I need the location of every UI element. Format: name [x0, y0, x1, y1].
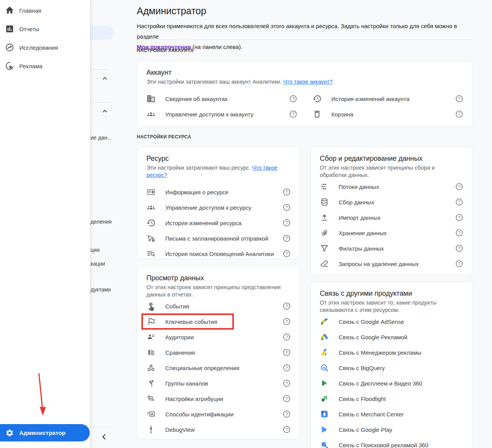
- settings-item[interactable]: Группы каналов ?: [146, 376, 290, 391]
- nav-fragment[interactable]: кации: [91, 261, 105, 267]
- nav-fragment[interactable]: ции: [91, 247, 100, 253]
- card-title: Связь с другими продуктами: [320, 290, 463, 298]
- help-icon[interactable]: ?: [455, 260, 463, 268]
- chevron-up-icon[interactable]: [101, 108, 108, 115]
- settings-item[interactable]: События ?: [146, 298, 290, 314]
- settings-item[interactable]: Сбор данных ?: [320, 194, 463, 210]
- settings-item[interactable]: Письма с запланированной отправкой ?: [146, 231, 290, 246]
- help-icon[interactable]: ?: [455, 183, 463, 190]
- settings-item[interactable]: Информация о ресурсе ?: [146, 184, 290, 200]
- settings-item[interactable]: Запросы на удаление данных ?: [320, 256, 463, 271]
- help-icon[interactable]: ?: [283, 302, 290, 310]
- help-icon[interactable]: ?: [455, 214, 463, 221]
- settings-item[interactable]: Фильтры данных ?: [320, 241, 463, 256]
- product-link-item[interactable]: Связь с Менеджером рекламы: [320, 345, 463, 360]
- settings-item[interactable]: Импорт данных ?: [320, 210, 463, 225]
- product-link-item[interactable]: Связь с BigQuery: [320, 360, 463, 376]
- help-icon[interactable]: ?: [283, 349, 290, 356]
- svg-text:?: ?: [285, 412, 288, 416]
- sidebar-item-reports[interactable]: Отчеты: [0, 20, 90, 38]
- svg-text:?: ?: [458, 215, 460, 220]
- account-items-grid: Сведения об аккаунтах ? Управление досту…: [146, 91, 463, 122]
- settings-item[interactable]: Корзина ?: [312, 106, 463, 122]
- help-icon[interactable]: ?: [283, 188, 290, 196]
- trash-icon: [312, 109, 322, 119]
- card-subtitle: Эти настройки затрагивают ваш ресурс. Чт…: [146, 164, 290, 179]
- help-icon[interactable]: ?: [455, 229, 463, 237]
- help-icon[interactable]: ?: [283, 395, 290, 403]
- settings-item[interactable]: Аудитории ?: [146, 329, 290, 345]
- sidebar-item-admin[interactable]: Администратор: [0, 424, 90, 441]
- help-icon[interactable]: ?: [283, 219, 290, 227]
- settings-item[interactable]: История изменений ресурса ?: [146, 215, 290, 231]
- nav-fragment[interactable]: дуктами: [91, 286, 111, 293]
- channel-groups-icon: [146, 379, 156, 388]
- audiences-icon: [146, 332, 156, 342]
- settings-item[interactable]: Специальные определения ?: [146, 360, 290, 376]
- display-video-360-icon: [320, 379, 329, 388]
- settings-item-label: Сбор данных: [339, 199, 452, 205]
- help-icon[interactable]: ?: [283, 250, 290, 258]
- card-title: Аккаунт: [146, 69, 463, 77]
- settings-item[interactable]: Потоки данных ?: [320, 179, 463, 194]
- sidebar-item-advertising[interactable]: Реклама: [0, 57, 90, 75]
- product-link-label: Связь с Поисковой рекламой 360: [339, 442, 463, 448]
- data-display-card: Просмотр данных От этих настроек зависят…: [137, 266, 300, 440]
- what-is-account-link[interactable]: Что такое аккаунт?: [283, 79, 332, 85]
- collapse-panel-icon[interactable]: [100, 433, 108, 441]
- subtitle-text: Эти настройки затрагивают ваш аккаунт Ан…: [146, 79, 282, 85]
- help-icon[interactable]: ?: [455, 95, 463, 103]
- help-icon[interactable]: ?: [283, 379, 290, 387]
- help-icon[interactable]: ?: [283, 234, 290, 242]
- svg-text:?: ?: [292, 112, 294, 116]
- product-link-item[interactable]: Связь с Floodlight: [320, 391, 463, 406]
- svg-text:?: ?: [285, 190, 288, 194]
- svg-text:?: ?: [285, 319, 288, 324]
- product-link-item[interactable]: Связь с Google Рекламой: [320, 329, 463, 345]
- chevron-up-icon[interactable]: [101, 75, 108, 82]
- help-icon[interactable]: ?: [283, 318, 290, 325]
- help-icon[interactable]: ?: [283, 426, 290, 433]
- svg-text:?: ?: [285, 304, 288, 308]
- product-link-item[interactable]: Связь с Дисплеем и Видео 360: [320, 376, 463, 391]
- settings-item[interactable]: Управление доступом к ресурсу ?: [146, 200, 290, 215]
- help-icon[interactable]: ?: [283, 333, 290, 341]
- product-link-item[interactable]: Связь с Поисковой рекламой 360: [320, 437, 463, 448]
- settings-item[interactable]: История поиска Оповещений Аналитики ?: [146, 246, 290, 259]
- database-icon: [320, 197, 329, 207]
- scheduled-send-icon: [146, 234, 156, 243]
- help-icon[interactable]: ?: [283, 204, 290, 211]
- help-icon[interactable]: ?: [455, 244, 463, 252]
- sidebar-item-home[interactable]: Главная: [0, 1, 90, 20]
- help-icon[interactable]: ?: [283, 364, 290, 372]
- settings-item[interactable]: Управление доступом к аккаунту ?: [146, 106, 297, 122]
- attachment-icon: [320, 228, 329, 237]
- reports-icon: [5, 24, 14, 34]
- help-icon[interactable]: ?: [289, 95, 297, 103]
- nav-fragment[interactable]: ие дан...: [91, 135, 112, 141]
- settings-item-label: Информация о ресурсе: [165, 189, 280, 195]
- nav-fragment[interactable]: деления: [91, 219, 112, 225]
- settings-item[interactable]: DebugView ?: [146, 422, 290, 437]
- product-link-item[interactable]: Связь с Merchant Center: [320, 406, 463, 422]
- settings-item[interactable]: Настройки атрибуции ?: [146, 391, 290, 406]
- help-icon[interactable]: ?: [455, 198, 463, 206]
- settings-item-label: История изменений ресурса: [165, 220, 280, 226]
- help-icon[interactable]: ?: [283, 410, 290, 418]
- settings-item[interactable]: История изменений аккаунта ?: [312, 91, 463, 106]
- svg-text:?: ?: [458, 231, 460, 235]
- divider: [90, 102, 109, 103]
- settings-item[interactable]: Хранение данных ?: [320, 225, 463, 241]
- selected-nav-pill[interactable]: [90, 26, 114, 40]
- building-icon: [146, 94, 156, 103]
- settings-item-key-events[interactable]: Ключевые события ?: [146, 314, 290, 329]
- sidebar-item-explore[interactable]: Исследования: [0, 38, 90, 57]
- explore-icon: [5, 43, 14, 52]
- help-icon[interactable]: ?: [289, 110, 297, 118]
- product-link-item[interactable]: Связь с Google Play: [320, 422, 463, 437]
- settings-item[interactable]: Сравнения ?: [146, 345, 290, 360]
- settings-item[interactable]: Сведения об аккаунтах ?: [146, 91, 297, 106]
- help-icon[interactable]: ?: [455, 110, 463, 118]
- settings-item[interactable]: Способы идентификации ?: [146, 406, 290, 422]
- product-link-item[interactable]: Связь с Google AdSense: [320, 314, 463, 329]
